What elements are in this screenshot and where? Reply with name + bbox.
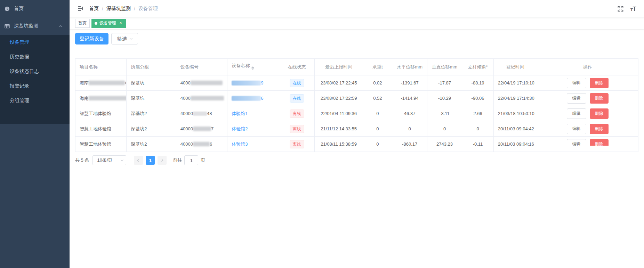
cell-reg_time: 22/04/19 17:10:10 bbox=[493, 75, 537, 91]
cell-text: 40000 bbox=[180, 141, 193, 147]
column-label: 登记时间 bbox=[506, 64, 524, 70]
page-number-button[interactable]: 1 bbox=[146, 156, 155, 165]
col-device_name[interactable]: 设备名称 bbox=[227, 59, 279, 75]
cell-text: 6 bbox=[261, 96, 263, 101]
redacted-text bbox=[193, 112, 207, 116]
column-label: 在线状态 bbox=[288, 64, 306, 70]
tag-home[interactable]: 首页 bbox=[75, 19, 90, 28]
sidebar-item-history-data[interactable]: 历史数据 bbox=[0, 49, 70, 64]
cell-tilt: -90.06 bbox=[462, 91, 494, 106]
cell-tilt: 0 bbox=[462, 121, 494, 137]
tag-active-dot bbox=[95, 22, 97, 25]
content: 登记新设备 筛选 项目名称所属分组设备编号设备名称在线状态最后上报时间承重t水平… bbox=[70, 29, 644, 165]
cell-v_disp: 2743.23 bbox=[427, 137, 462, 152]
page-size-select[interactable]: 10条/页 bbox=[92, 155, 126, 165]
tag-device-management[interactable]: 设备管理 × bbox=[91, 19, 126, 28]
col-status: 在线状态 bbox=[279, 59, 315, 75]
cell-group: 深基坑 bbox=[127, 91, 176, 106]
cell-device_no: 4000 bbox=[176, 75, 227, 91]
cell-text: 4000 bbox=[180, 96, 191, 101]
cell-device_no: 400007 bbox=[176, 121, 227, 137]
cell-text: 7 bbox=[211, 126, 214, 131]
cell-group: 深基坑2 bbox=[127, 106, 176, 121]
filter-button[interactable]: 筛选 bbox=[111, 33, 138, 44]
table-row: 智慧工地体验馆深基坑2400006体验馆3离线21/08/11 15:38:59… bbox=[75, 137, 638, 152]
sidebar-item-label: 深基坑监测 bbox=[14, 23, 38, 29]
cell-project: 海南司 bbox=[75, 75, 127, 91]
sidebar-item-device-status-log[interactable]: 设备状态日志 bbox=[0, 64, 70, 79]
cell-project: 智慧工地体验馆 bbox=[75, 121, 127, 137]
col-v_disp: 垂直位移mm bbox=[427, 59, 462, 75]
table-row: 海南司深基坑40009在线23/08/02 17:22:450.02-1391.… bbox=[75, 75, 638, 91]
sort-caret-icon[interactable] bbox=[251, 65, 254, 71]
column-label: 承重t bbox=[372, 64, 383, 70]
cell-actions: 编辑删除 bbox=[537, 137, 638, 152]
cell-reg_time: 20/11/03 09:04:42 bbox=[493, 121, 537, 137]
device-name-link[interactable]: 9 bbox=[232, 80, 263, 86]
delete-button[interactable]: 删除 bbox=[590, 78, 609, 88]
delete-button[interactable]: 删除 bbox=[590, 124, 609, 134]
column-label: 设备名称 bbox=[232, 63, 250, 68]
breadcrumb-separator: / bbox=[134, 6, 135, 11]
font-size-icon[interactable]: TT bbox=[630, 6, 636, 12]
total-count: 共 5 条 bbox=[75, 157, 89, 163]
edit-button[interactable]: 编辑 bbox=[567, 124, 586, 134]
sidebar-item-home[interactable]: 首页 bbox=[0, 0, 70, 17]
font-size-small-t: T bbox=[630, 8, 633, 12]
sidebar-item-alarm-records[interactable]: 报警记录 bbox=[0, 79, 70, 93]
goto-page-input[interactable] bbox=[184, 155, 198, 165]
cell-text: 海南 bbox=[80, 96, 89, 101]
cell-tilt: -0.11 bbox=[462, 137, 494, 152]
hamburger-icon[interactable] bbox=[77, 6, 83, 12]
breadcrumb-item-device-management: 设备管理 bbox=[138, 6, 158, 12]
sidebar-item-deep-pit-monitor[interactable]: 深基坑监测 bbox=[0, 17, 70, 35]
col-group: 所属分组 bbox=[127, 59, 176, 75]
cell-text: 9 bbox=[261, 80, 263, 86]
fullscreen-icon[interactable] bbox=[618, 6, 623, 12]
breadcrumb-item-home[interactable]: 首页 bbox=[89, 6, 99, 12]
sidebar-item-device-management[interactable]: 设备管理 bbox=[0, 35, 70, 49]
col-reg_time: 登记时间 bbox=[493, 59, 537, 75]
chevron-left-icon bbox=[137, 159, 140, 162]
edit-button[interactable]: 编辑 bbox=[567, 93, 586, 104]
device-name-link[interactable]: 体验馆1 bbox=[232, 111, 248, 116]
filter-button-label: 筛选 bbox=[117, 36, 127, 42]
cell-last_report: 23/08/02 17:22:59 bbox=[315, 91, 363, 106]
edit-button[interactable]: 编辑 bbox=[567, 108, 586, 119]
cell-project: 海南司 bbox=[75, 91, 127, 106]
breadcrumb-item-deep-pit-monitor[interactable]: 深基坑监测 bbox=[106, 6, 131, 12]
delete-button[interactable]: 删除 bbox=[590, 108, 609, 119]
cell-v_disp: -10.29 bbox=[427, 91, 462, 106]
prev-page-button[interactable] bbox=[134, 156, 143, 165]
device-name-link[interactable]: 体验馆3 bbox=[232, 141, 248, 147]
chevron-up-icon bbox=[60, 23, 62, 29]
cell-actions: 编辑删除 bbox=[537, 91, 638, 106]
tag-close-icon[interactable]: × bbox=[118, 21, 123, 26]
col-project: 项目名称 bbox=[75, 59, 127, 75]
cell-device_no: 4000048 bbox=[176, 106, 227, 121]
tag-label: 设备管理 bbox=[99, 20, 116, 26]
next-page-button[interactable] bbox=[158, 156, 167, 165]
cell-load: 0.52 bbox=[363, 91, 392, 106]
cell-device_no: 4000 bbox=[176, 91, 227, 106]
delete-button[interactable]: 删除 bbox=[590, 93, 609, 104]
column-label: 操作 bbox=[583, 64, 592, 70]
cell-device-name: 体验馆3 bbox=[227, 137, 279, 152]
sidebar-item-label: 首页 bbox=[14, 6, 24, 12]
sidebar-item-group-management[interactable]: 分组管理 bbox=[0, 93, 70, 108]
device-name-link[interactable]: 6 bbox=[232, 96, 263, 101]
device-table-wrap: 项目名称所属分组设备编号设备名称在线状态最后上报时间承重t水平位移mm垂直位移m… bbox=[75, 58, 638, 152]
cell-status: 离线 bbox=[279, 137, 315, 152]
cell-last_report: 21/08/11 15:38:59 bbox=[315, 137, 363, 152]
register-device-button[interactable]: 登记新设备 bbox=[75, 33, 108, 44]
column-label: 水平位移mm bbox=[397, 64, 422, 70]
cell-group: 深基坑2 bbox=[127, 137, 176, 152]
navbar: 首页 / 深基坑监测 / 设备管理 TT bbox=[70, 0, 644, 17]
cell-text: 司 bbox=[125, 80, 127, 86]
table-corner-patch bbox=[539, 146, 636, 152]
cell-device-name: 9 bbox=[227, 75, 279, 91]
redacted-text bbox=[89, 81, 125, 85]
device-name-link[interactable]: 体验馆2 bbox=[232, 126, 248, 131]
cell-group: 深基坑2 bbox=[127, 121, 176, 137]
edit-button[interactable]: 编辑 bbox=[567, 78, 586, 88]
